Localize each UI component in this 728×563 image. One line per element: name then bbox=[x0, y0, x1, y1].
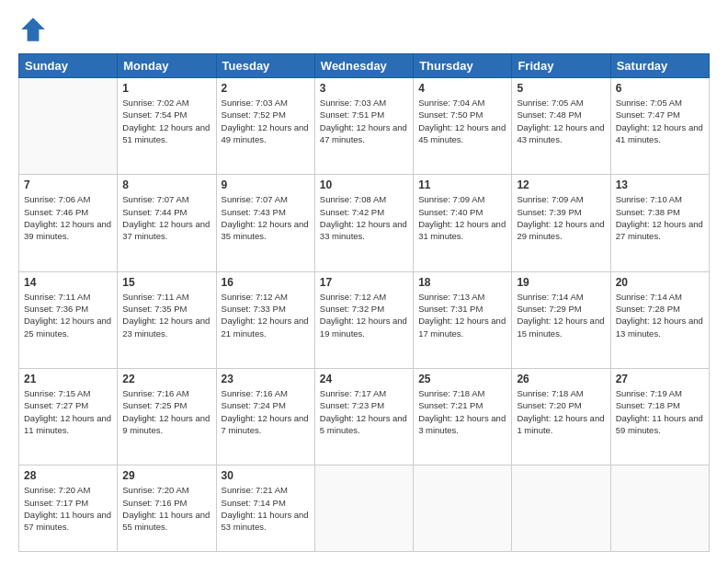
calendar-page: SundayMondayTuesdayWednesdayThursdayFrid… bbox=[0, 0, 728, 563]
cell-info: Sunrise: 7:16 AMSunset: 7:24 PMDaylight:… bbox=[222, 387, 310, 436]
day-header-friday: Friday bbox=[512, 54, 610, 78]
week-row-3: 14Sunrise: 7:11 AMSunset: 7:36 PMDayligh… bbox=[19, 271, 710, 368]
day-number: 21 bbox=[24, 373, 112, 385]
calendar-cell: 3Sunrise: 7:03 AMSunset: 7:51 PMDaylight… bbox=[314, 78, 413, 175]
calendar-cell: 2Sunrise: 7:03 AMSunset: 7:52 PMDaylight… bbox=[216, 78, 314, 175]
day-number: 15 bbox=[122, 276, 210, 289]
cell-info: Sunrise: 7:19 AMSunset: 7:18 PMDaylight:… bbox=[616, 387, 704, 436]
calendar-cell: 21Sunrise: 7:15 AMSunset: 7:27 PMDayligh… bbox=[19, 369, 118, 465]
day-number: 3 bbox=[320, 82, 408, 95]
cell-info: Sunrise: 7:14 AMSunset: 7:28 PMDaylight:… bbox=[616, 291, 704, 339]
calendar-cell: 29Sunrise: 7:20 AMSunset: 7:16 PMDayligh… bbox=[118, 465, 216, 552]
calendar-cell: 10Sunrise: 7:08 AMSunset: 7:42 PMDayligh… bbox=[314, 175, 413, 271]
calendar-cell: 5Sunrise: 7:05 AMSunset: 7:48 PMDaylight… bbox=[512, 78, 610, 175]
calendar-cell: 8Sunrise: 7:07 AMSunset: 7:44 PMDaylight… bbox=[118, 175, 216, 271]
logo bbox=[18, 15, 51, 44]
week-row-2: 7Sunrise: 7:06 AMSunset: 7:46 PMDaylight… bbox=[19, 175, 710, 271]
cell-info: Sunrise: 7:07 AMSunset: 7:44 PMDaylight:… bbox=[122, 193, 210, 242]
calendar-cell: 22Sunrise: 7:16 AMSunset: 7:25 PMDayligh… bbox=[118, 369, 216, 465]
calendar-cell: 19Sunrise: 7:14 AMSunset: 7:29 PMDayligh… bbox=[512, 271, 610, 368]
header bbox=[18, 15, 710, 44]
cell-info: Sunrise: 7:08 AMSunset: 7:42 PMDaylight:… bbox=[320, 193, 408, 242]
calendar-cell: 13Sunrise: 7:10 AMSunset: 7:38 PMDayligh… bbox=[610, 175, 709, 271]
cell-info: Sunrise: 7:03 AMSunset: 7:52 PMDaylight:… bbox=[222, 97, 310, 145]
calendar-table: SundayMondayTuesdayWednesdayThursdayFrid… bbox=[18, 53, 710, 552]
cell-info: Sunrise: 7:04 AMSunset: 7:50 PMDaylight:… bbox=[418, 97, 506, 145]
day-number: 14 bbox=[24, 276, 112, 289]
day-number: 13 bbox=[616, 178, 704, 191]
day-number: 9 bbox=[222, 178, 310, 191]
calendar-cell: 16Sunrise: 7:12 AMSunset: 7:33 PMDayligh… bbox=[216, 271, 314, 368]
cell-info: Sunrise: 7:17 AMSunset: 7:23 PMDaylight:… bbox=[320, 387, 408, 436]
svg-marker-0 bbox=[21, 17, 45, 41]
day-number: 1 bbox=[122, 82, 210, 95]
calendar-cell bbox=[610, 465, 709, 552]
day-number: 10 bbox=[320, 178, 408, 191]
calendar-cell: 1Sunrise: 7:02 AMSunset: 7:54 PMDaylight… bbox=[118, 78, 216, 175]
day-number: 17 bbox=[320, 276, 408, 289]
day-number: 6 bbox=[616, 82, 704, 95]
calendar-cell: 18Sunrise: 7:13 AMSunset: 7:31 PMDayligh… bbox=[414, 271, 512, 368]
day-number: 30 bbox=[222, 469, 310, 482]
calendar-cell: 15Sunrise: 7:11 AMSunset: 7:35 PMDayligh… bbox=[118, 271, 216, 368]
cell-info: Sunrise: 7:20 AMSunset: 7:17 PMDaylight:… bbox=[24, 484, 112, 533]
day-number: 25 bbox=[418, 373, 506, 385]
day-number: 27 bbox=[616, 373, 704, 385]
cell-info: Sunrise: 7:16 AMSunset: 7:25 PMDaylight:… bbox=[122, 387, 210, 436]
day-number: 11 bbox=[418, 178, 506, 191]
cell-info: Sunrise: 7:21 AMSunset: 7:14 PMDaylight:… bbox=[222, 484, 310, 533]
cell-info: Sunrise: 7:02 AMSunset: 7:54 PMDaylight:… bbox=[122, 97, 210, 145]
cell-info: Sunrise: 7:05 AMSunset: 7:47 PMDaylight:… bbox=[616, 97, 704, 145]
day-header-saturday: Saturday bbox=[610, 54, 709, 78]
calendar-cell: 24Sunrise: 7:17 AMSunset: 7:23 PMDayligh… bbox=[314, 369, 413, 465]
day-number: 29 bbox=[122, 469, 210, 482]
cell-info: Sunrise: 7:18 AMSunset: 7:20 PMDaylight:… bbox=[517, 387, 605, 436]
calendar-cell: 23Sunrise: 7:16 AMSunset: 7:24 PMDayligh… bbox=[216, 369, 314, 465]
day-header-wednesday: Wednesday bbox=[314, 54, 413, 78]
day-number: 2 bbox=[222, 82, 310, 95]
calendar-cell: 6Sunrise: 7:05 AMSunset: 7:47 PMDaylight… bbox=[610, 78, 709, 175]
day-number: 18 bbox=[418, 276, 506, 289]
day-number: 4 bbox=[418, 82, 506, 95]
day-number: 26 bbox=[517, 373, 605, 385]
calendar-cell: 20Sunrise: 7:14 AMSunset: 7:28 PMDayligh… bbox=[610, 271, 709, 368]
day-number: 12 bbox=[517, 178, 605, 191]
calendar-cell: 9Sunrise: 7:07 AMSunset: 7:43 PMDaylight… bbox=[216, 175, 314, 271]
day-number: 8 bbox=[122, 178, 210, 191]
calendar-cell: 17Sunrise: 7:12 AMSunset: 7:32 PMDayligh… bbox=[314, 271, 413, 368]
cell-info: Sunrise: 7:13 AMSunset: 7:31 PMDaylight:… bbox=[418, 291, 506, 339]
days-header-row: SundayMondayTuesdayWednesdayThursdayFrid… bbox=[19, 54, 710, 78]
calendar-cell: 7Sunrise: 7:06 AMSunset: 7:46 PMDaylight… bbox=[19, 175, 118, 271]
day-number: 24 bbox=[320, 373, 408, 385]
calendar-cell: 25Sunrise: 7:18 AMSunset: 7:21 PMDayligh… bbox=[414, 369, 512, 465]
week-row-5: 28Sunrise: 7:20 AMSunset: 7:17 PMDayligh… bbox=[19, 465, 710, 552]
cell-info: Sunrise: 7:12 AMSunset: 7:33 PMDaylight:… bbox=[222, 291, 310, 339]
calendar-cell bbox=[414, 465, 512, 552]
week-row-1: 1Sunrise: 7:02 AMSunset: 7:54 PMDaylight… bbox=[19, 78, 710, 175]
logo-icon bbox=[18, 15, 48, 44]
cell-info: Sunrise: 7:12 AMSunset: 7:32 PMDaylight:… bbox=[320, 291, 408, 339]
cell-info: Sunrise: 7:20 AMSunset: 7:16 PMDaylight:… bbox=[122, 484, 210, 533]
day-number: 23 bbox=[222, 373, 310, 385]
calendar-cell bbox=[314, 465, 413, 552]
calendar-cell: 4Sunrise: 7:04 AMSunset: 7:50 PMDaylight… bbox=[414, 78, 512, 175]
day-number: 22 bbox=[122, 373, 210, 385]
day-number: 28 bbox=[24, 469, 112, 482]
cell-info: Sunrise: 7:10 AMSunset: 7:38 PMDaylight:… bbox=[616, 193, 704, 242]
day-header-monday: Monday bbox=[118, 54, 216, 78]
cell-info: Sunrise: 7:09 AMSunset: 7:39 PMDaylight:… bbox=[517, 193, 605, 242]
day-number: 20 bbox=[616, 276, 704, 289]
calendar-cell bbox=[19, 78, 118, 175]
day-number: 5 bbox=[517, 82, 605, 95]
day-header-thursday: Thursday bbox=[414, 54, 512, 78]
calendar-cell: 11Sunrise: 7:09 AMSunset: 7:40 PMDayligh… bbox=[414, 175, 512, 271]
cell-info: Sunrise: 7:09 AMSunset: 7:40 PMDaylight:… bbox=[418, 193, 506, 242]
calendar-cell: 27Sunrise: 7:19 AMSunset: 7:18 PMDayligh… bbox=[610, 369, 709, 465]
calendar-cell: 14Sunrise: 7:11 AMSunset: 7:36 PMDayligh… bbox=[19, 271, 118, 368]
day-number: 7 bbox=[24, 178, 112, 191]
day-header-tuesday: Tuesday bbox=[216, 54, 314, 78]
cell-info: Sunrise: 7:18 AMSunset: 7:21 PMDaylight:… bbox=[418, 387, 506, 436]
cell-info: Sunrise: 7:05 AMSunset: 7:48 PMDaylight:… bbox=[517, 97, 605, 145]
calendar-cell: 26Sunrise: 7:18 AMSunset: 7:20 PMDayligh… bbox=[512, 369, 610, 465]
week-row-4: 21Sunrise: 7:15 AMSunset: 7:27 PMDayligh… bbox=[19, 369, 710, 465]
